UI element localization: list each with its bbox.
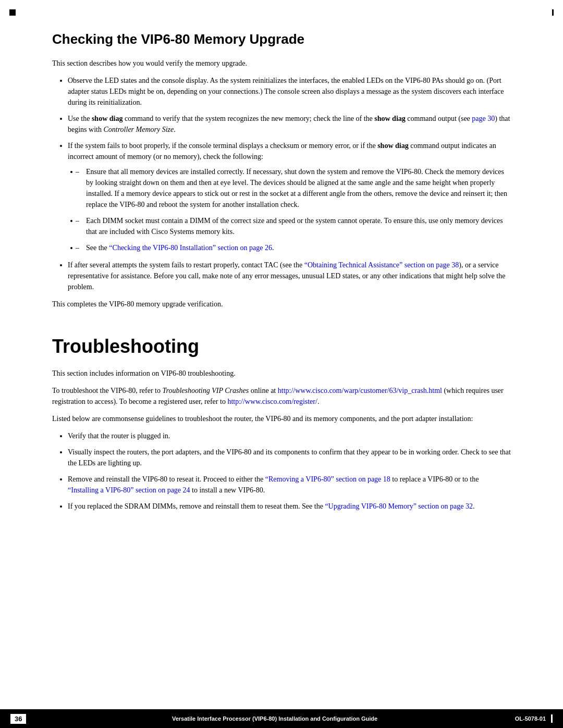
section1-closing: This completes the VIP6-80 memory upgrad… — [52, 299, 511, 310]
list-item: Visually inspect the routers, the port a… — [68, 447, 511, 468]
italic-controller-memory: Controller Memory Size — [103, 126, 174, 133]
section2-intro: This section includes information on VIP… — [52, 368, 511, 379]
corner-mark-top-right — [552, 9, 554, 16]
page30-link[interactable]: page 30 — [472, 115, 495, 122]
bullet1-text: Observe the LED states and the console d… — [68, 77, 504, 106]
section2-bullet-list: Verify that the router is plugged in. Vi… — [68, 430, 511, 512]
list-item: Observe the LED states and the console d… — [68, 75, 511, 108]
s2-bullet2-text: Visually inspect the routers, the port a… — [68, 448, 511, 467]
list-item: Remove and reinstall the VIP6-80 to rese… — [68, 474, 511, 496]
upgrading-memory-link[interactable]: “Upgrading VIP6-80 Memory” section on pa… — [325, 502, 473, 510]
register-link[interactable]: http://www.cisco.com/register/ — [227, 398, 317, 405]
list-item: Use the show diag command to verify that… — [68, 113, 511, 135]
section1-heading: Checking the VIP6-80 Memory Upgrade — [52, 31, 511, 47]
s2-bullet1-text: Verify that the router is plugged in. — [68, 432, 170, 440]
section1-bullet-list: Observe the LED states and the console d… — [68, 75, 511, 292]
para2-suffix: . — [317, 398, 320, 405]
section2-para3: Listed below are commonsense guidelines … — [52, 413, 511, 424]
sub-bullet-list: Ensure that all memory devices are insta… — [78, 166, 511, 253]
checking-installation-link[interactable]: “Checking the VIP6-80 Installation” sect… — [109, 244, 272, 252]
bullet2-text: Use the show diag command to verify that… — [68, 115, 510, 133]
page: Checking the VIP6-80 Memory Upgrade This… — [0, 0, 563, 728]
para2-prefix: To troubleshoot the VIP6-80, refer to — [52, 387, 162, 394]
section1-intro: This section describes how you would ver… — [52, 58, 511, 69]
bold-show-diag-2: show diag — [374, 115, 406, 122]
obtaining-tac-link[interactable]: “Obtaining Technical Assistance” section… — [304, 261, 459, 269]
para2-mid: online at — [249, 387, 278, 394]
footer-title: Versatile Interface Processor (VIP6-80) … — [34, 715, 515, 722]
installing-vip6-link[interactable]: “Installing a VIP6-80” section on page 2… — [68, 486, 190, 494]
sub-bullet2-text: Each DIMM socket must contain a DIMM of … — [86, 217, 503, 236]
sub-bullet3-text: See the “Checking the VIP6-80 Installati… — [86, 244, 274, 252]
bold-show-diag-3: show diag — [377, 142, 409, 150]
s2-bullet3-text: Remove and reinstall the VIP6-80 to rese… — [68, 475, 479, 494]
list-item: See the “Checking the VIP6-80 Installati… — [78, 242, 511, 253]
footer-right-mark — [551, 714, 553, 723]
vip-crash-link[interactable]: http://www.cisco.com/warp/customer/63/vi… — [278, 387, 442, 394]
removing-vip6-link[interactable]: “Removing a VIP6-80” section on page 18 — [265, 475, 390, 483]
footer-doc-number: OL-5078-01 — [515, 715, 546, 722]
bullet3-text: If the system fails to boot properly, if… — [68, 142, 496, 161]
list-item: If after several attempts the system fai… — [68, 260, 511, 292]
corner-mark-top-left — [9, 9, 16, 16]
section2-para2: To troubleshoot the VIP6-80, refer to Tr… — [52, 385, 511, 407]
sub-bullet1-text: Ensure that all memory devices are insta… — [86, 168, 507, 208]
footer: 36 Versatile Interface Processor (VIP6-8… — [0, 709, 563, 728]
list-item: If the system fails to boot properly, if… — [68, 140, 511, 253]
main-content: Checking the VIP6-80 Memory Upgrade This… — [0, 0, 563, 709]
bullet4-text: If after several attempts the system fai… — [68, 261, 505, 291]
para2-italic: Troubleshooting VIP Crashes — [162, 387, 249, 394]
list-item: If you replaced the SDRAM DIMMs, remove … — [68, 501, 511, 512]
chapter-heading-troubleshooting: Troubleshooting — [52, 336, 511, 357]
list-item: Each DIMM socket must contain a DIMM of … — [78, 215, 511, 237]
s2-bullet4-text: If you replaced the SDRAM DIMMs, remove … — [68, 502, 474, 510]
bold-show-diag-1: show diag — [92, 115, 123, 122]
list-item: Verify that the router is plugged in. — [68, 430, 511, 441]
list-item: Ensure that all memory devices are insta… — [78, 166, 511, 210]
footer-page-number: 36 — [10, 714, 26, 724]
